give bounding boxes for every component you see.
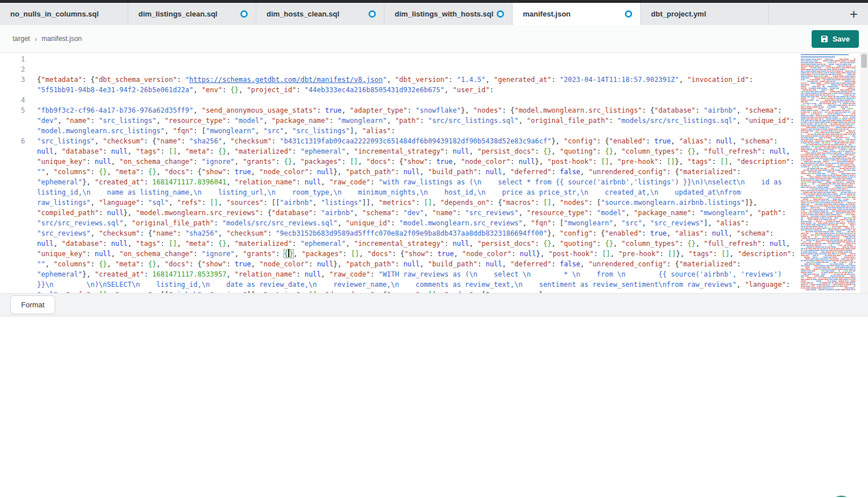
tab-label: no_nulls_in_columns.sql xyxy=(10,10,99,18)
save-icon xyxy=(821,35,828,43)
line-text[interactable]: "src_listings", "checksum": {"name": "sh… xyxy=(37,136,797,293)
tab-dim-listings-clean-sql[interactable]: dim_listings_clean.sql xyxy=(128,3,256,25)
tab-dim-listings-with-hosts-sql[interactable]: dim_listings_with_hosts.sql xyxy=(384,3,513,25)
line-number: 1 xyxy=(0,54,37,64)
breadcrumb-folder: target xyxy=(13,35,30,43)
code-line[interactable]: 3{"metadata": {"dbt_schema_version": "ht… xyxy=(0,75,797,95)
line-text[interactable]: {"metadata": {"dbt_schema_version": "htt… xyxy=(37,75,797,95)
chevron-right-icon: › xyxy=(35,35,37,43)
tab-label: dbt_project.yml xyxy=(651,10,706,18)
line-number: 5 xyxy=(0,105,37,116)
tabs-container: no_nulls_in_columns.sqldim_listings_clea… xyxy=(0,3,769,25)
code-content[interactable]: 123{"metadata": {"dbt_schema_version": "… xyxy=(0,54,797,293)
line-text[interactable] xyxy=(37,95,797,105)
new-tab-button[interactable]: + xyxy=(846,7,861,21)
tab-dbt-project-yml[interactable]: dbt_project.yml xyxy=(641,3,769,25)
unsaved-changes-dot-icon[interactable] xyxy=(497,10,504,18)
save-button-label: Save xyxy=(833,35,850,43)
file-header-bar: target › manifest.json Save xyxy=(0,25,868,53)
breadcrumb-file: manifest.json xyxy=(42,35,82,43)
save-button[interactable]: Save xyxy=(812,30,859,48)
code-line[interactable]: 4 xyxy=(0,95,797,105)
unsaved-changes-dot-icon[interactable] xyxy=(625,10,632,18)
unsaved-changes-dot-icon[interactable] xyxy=(369,10,376,18)
tab-label: dim_hosts_clean.sql xyxy=(267,10,339,18)
editor-tool-strip: Format xyxy=(0,293,868,316)
editor-tab-bar: no_nulls_in_columns.sqldim_listings_clea… xyxy=(0,3,868,25)
code-line[interactable]: 1 xyxy=(0,54,797,64)
tab-manifest-json[interactable]: manifest.json xyxy=(513,3,641,25)
code-line[interactable]: 2 xyxy=(0,64,797,75)
code-line[interactable]: 6"src_listings", "checksum": {"name": "s… xyxy=(0,136,797,293)
help-chat-bubble-button[interactable] xyxy=(828,496,855,497)
line-text[interactable] xyxy=(37,64,797,75)
editor-scrollbar[interactable] xyxy=(860,53,868,293)
tab-label: manifest.json xyxy=(523,10,571,18)
tab-no-nulls-in-columns-sql[interactable]: no_nulls_in_columns.sql xyxy=(0,3,128,25)
code-editor[interactable]: 123{"metadata": {"dbt_schema_version": "… xyxy=(0,53,868,293)
unsaved-changes-dot-icon[interactable] xyxy=(240,10,248,18)
tab-label: dim_listings_clean.sql xyxy=(138,10,218,18)
editor-minimap[interactable] xyxy=(800,53,859,293)
line-number: 6 xyxy=(0,136,37,146)
line-number: 4 xyxy=(0,95,37,105)
line-text[interactable] xyxy=(37,54,797,64)
breadcrumb: target › manifest.json xyxy=(13,35,82,43)
code-line[interactable]: 5"fbb9f3c2-cf96-4a17-b736-976a62d35ff9",… xyxy=(0,105,797,136)
tab-dim-hosts-clean-sql[interactable]: dim_hosts_clean.sql xyxy=(256,3,384,25)
tab-label: dim_listings_with_hosts.sql xyxy=(395,10,493,18)
collapsed-bottom-panel xyxy=(0,316,868,497)
format-button[interactable]: Format xyxy=(10,295,55,314)
line-number: 3 xyxy=(0,75,37,85)
scrollbar-thumb[interactable] xyxy=(861,54,867,68)
tab-bar-filler: + xyxy=(769,3,868,25)
line-text[interactable]: "fbb9f3c2-cf96-4a17-b736-976a62d35ff9", … xyxy=(37,105,797,136)
line-number: 2 xyxy=(0,64,37,75)
